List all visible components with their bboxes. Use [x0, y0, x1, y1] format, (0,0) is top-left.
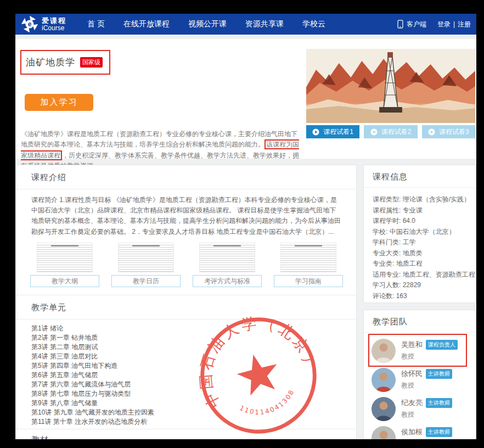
doc-label[interactable]: 学习指南 [274, 275, 343, 287]
section-units: 教学单元 第1讲 绪论 第2讲 第一章 钻井地质 第3讲 第二章 地层测试 第4… [17, 295, 356, 429]
description-text: 《油矿地质学》课程是地质工程（资源勘查工程）专业必修的专业核心课，主要介绍油气田… [21, 130, 297, 148]
course-main-panel: 课程介绍 课程简介 1.课程性质与目标 《油矿地质学》是地质工程（资源勘查工程）… [16, 165, 357, 439]
member-name[interactable]: 纪友亮 [401, 398, 423, 408]
play-icon [428, 128, 435, 136]
info-row-comment-count: 评论数: 163 [373, 291, 467, 302]
unit-item[interactable]: 第4讲 第三章 油层对比 [31, 352, 342, 361]
units-list: 第1讲 绪论 第2讲 第一章 钻井地质 第3讲 第二章 地层测试 第4讲 第三章… [17, 320, 356, 429]
nav-item-shared-resources[interactable]: 资源共享课 [245, 19, 284, 29]
member-name[interactable]: 徐怀民 [401, 369, 423, 379]
nav-item-open-courses[interactable]: 在线开放课程 [123, 19, 170, 29]
doc-assessment[interactable]: 考评方式与标准 [193, 243, 262, 287]
play-icon [312, 128, 319, 136]
course-hero: 油矿地质学 国家级 加入学习 《油矿地质学》课程是地质工程（资源勘查工程）专业必… [15, 39, 476, 159]
info-row-course-type: 课程类型: 理论课（含实验/实践） [373, 194, 467, 205]
trial-label: 课程试看3 [439, 127, 469, 137]
team-member[interactable]: 侯加根 主讲教师 教授 [364, 423, 476, 439]
doc-thumbnail[interactable] [37, 243, 93, 272]
member-role-badge: 主讲教师 [426, 398, 452, 408]
unit-item[interactable]: 第1讲 绪论 [31, 324, 342, 333]
unit-item[interactable]: 第10讲 第九章 油气藏开发的地质主控因素 [31, 408, 342, 417]
course-info-rows: 课程类型: 理论课（含实验/实践） 课程属性: 专业课 课程学时: 64.0 学… [364, 188, 476, 305]
course-info-panel: 课程信息 课程类型: 理论课（含实验/实践） 课程属性: 专业课 课程学时: 6… [363, 165, 476, 303]
join-course-button[interactable]: 加入学习 [25, 94, 93, 111]
nav-item-home[interactable]: 首 页 [87, 19, 105, 29]
nav-right: 客户端 登录 | 注册 [397, 20, 471, 29]
avatar [372, 426, 396, 440]
course-title: 油矿地质学 [26, 56, 75, 69]
intro-heading: 课程介绍 [17, 165, 356, 189]
team-member[interactable]: 纪友亮 主讲教师 教授 [364, 394, 476, 423]
team-heading: 教学团队 [364, 310, 476, 333]
member-name[interactable]: 侯加根 [401, 427, 423, 437]
doc-label[interactable]: 教学日历 [111, 275, 181, 287]
unit-item[interactable]: 第11讲 第十章 注水开发的动态地质分析 [31, 417, 342, 427]
team-member-leader[interactable]: 吴胜和 课程负责人 教授 [364, 336, 476, 365]
doc-label[interactable]: 教学大纲 [30, 275, 99, 287]
trial-label: 课程试看1 [323, 127, 353, 137]
unit-item[interactable]: 第5讲 第四章 油气田地下构造 [31, 361, 342, 371]
member-role-badge: 课程负责人 [426, 340, 458, 350]
trial-button-1[interactable]: 课程试看1 [306, 125, 359, 138]
mobile-client-icon [397, 20, 403, 29]
units-heading: 教学单元 [17, 295, 356, 320]
icourse-logo[interactable]: e 爱课程 iCourse [21, 15, 66, 33]
doc-label[interactable]: 考评方式与标准 [193, 275, 262, 287]
info-row-learner-count: 学习人数: 22829 [373, 280, 467, 291]
avatar [372, 368, 396, 392]
hero-media: 课程试看1 课程试看2 课程试看3 [306, 49, 475, 138]
unit-item[interactable]: 第6讲 第五章 油气储层 [31, 371, 342, 380]
teaching-team-panel: 教学团队 吴胜和 课程负责人 教授 [363, 310, 476, 439]
unit-item[interactable]: 第3讲 第二章 地层测试 [31, 343, 342, 352]
brand-name: 爱课程 [42, 17, 66, 25]
doc-thumbnail[interactable] [118, 243, 174, 272]
doc-calendar[interactable]: 教学日历 [111, 243, 181, 287]
play-icon [370, 128, 378, 136]
unit-item[interactable]: 第9讲 第八章 油气储量 [31, 399, 342, 408]
nav-item-school-cloud[interactable]: 学校云 [302, 19, 325, 29]
top-navbar: e 爱课程 iCourse 首 页 在线开放课程 视频公开课 资源共享课 学校云… [15, 14, 476, 35]
avatar [372, 397, 396, 421]
unit-item[interactable]: 第2讲 第一章 钻井地质 [31, 333, 342, 343]
avatar [372, 339, 396, 363]
doc-syllabus[interactable]: 教学大纲 [30, 243, 99, 287]
main-nav: 首 页 在线开放课程 视频公开课 资源共享课 学校云 [87, 19, 325, 29]
info-row-discipline: 学科门类: 工学 [373, 237, 467, 248]
course-cover-photo [306, 49, 475, 123]
trial-buttons: 课程试看1 课程试看2 课程试看3 [306, 125, 475, 138]
member-title: 教授 [401, 410, 452, 419]
svg-text:e: e [28, 20, 32, 28]
member-title: 教授 [401, 352, 458, 361]
info-row-major-category: 专业大类: 地质类 [373, 248, 467, 259]
team-member[interactable]: 徐怀民 主讲教师 教授 [364, 365, 476, 394]
doc-thumbnail[interactable] [280, 243, 336, 272]
section-textbook: 教材 [17, 429, 356, 439]
brand-text: 爱课程 iCourse [42, 17, 66, 31]
nav-item-video-courses[interactable]: 视频公开课 [188, 19, 227, 29]
doc-thumbnail[interactable] [199, 243, 255, 272]
icourse-logo-icon: e [21, 15, 38, 33]
trial-button-3[interactable]: 课程试看3 [422, 125, 475, 138]
info-row-course-attribute: 课程属性: 专业课 [373, 205, 467, 216]
team-members: 吴胜和 课程负责人 教授 徐怀民 主讲教师 教授 [364, 333, 476, 439]
unit-item[interactable]: 第7讲 第六章 油气藏流体与油气层 [31, 380, 342, 389]
info-row-major-class: 专业类: 地质工程 [373, 259, 467, 270]
intro-text: 课程简介 1.课程性质与目标 《油矿地质学》是地质工程（资源勘查工程）本科专业必… [17, 189, 356, 242]
register-link[interactable]: 注册 [458, 20, 471, 29]
unit-item[interactable]: 第8讲 第七章 地层压力与驱动类型 [31, 389, 342, 399]
trial-button-2[interactable]: 课程试看2 [364, 125, 417, 138]
info-row-course-hours: 课程学时: 64.0 [373, 216, 467, 227]
textbook-heading: 教材 [17, 429, 356, 439]
login-link[interactable]: 登录 [437, 20, 451, 29]
auth-links: 登录 | 注册 [437, 20, 471, 29]
doc-study-guide[interactable]: 学习指南 [274, 243, 343, 287]
member-title: 教授 [401, 381, 452, 390]
course-info-heading: 课程信息 [364, 165, 476, 188]
brand-subname: iCourse [42, 25, 66, 32]
client-link[interactable]: 客户端 [407, 20, 426, 29]
course-documents: 教学大纲 教学日历 考评方式与标准 学习指南 [17, 242, 356, 295]
member-role-badge: 主讲教师 [426, 427, 452, 437]
trial-label: 课程试看2 [381, 127, 412, 137]
member-name[interactable]: 吴胜和 [401, 340, 423, 350]
auth-separator: | [453, 20, 455, 28]
